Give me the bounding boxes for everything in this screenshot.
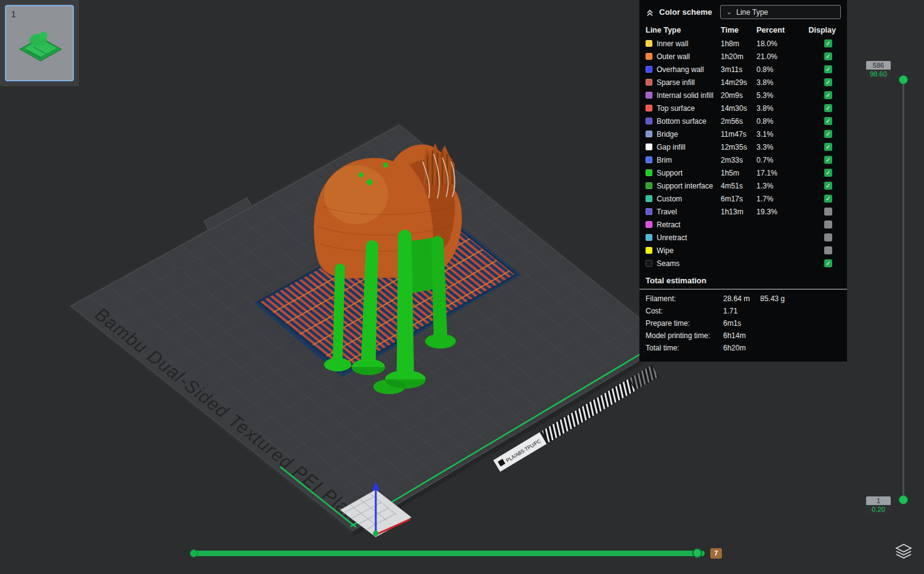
line-type-label: Internal solid infill xyxy=(657,91,721,100)
plate-number: 1 xyxy=(11,9,16,19)
legend-table-header: Line Type Time Percent Display xyxy=(639,23,847,37)
line-type-label: Retract xyxy=(657,220,721,229)
line-type-label: Gap infill xyxy=(657,143,721,152)
percent-value: 21.0% xyxy=(756,52,797,61)
time-value: 3m11s xyxy=(721,65,756,74)
layer-slider-lower-handle[interactable] xyxy=(899,495,908,504)
layer-slider-bottom-label: 1 0.20 xyxy=(866,496,891,514)
estimation-row: Filament: 28.64 m 85.43 g xyxy=(639,293,847,305)
cost-value: 1.71 xyxy=(723,307,760,315)
time-value: 1h5m xyxy=(721,169,756,177)
line-type-row: Wipe xyxy=(639,244,847,257)
line-type-label: Overhang wall xyxy=(657,65,721,74)
step-slider-track[interactable] xyxy=(191,551,705,556)
display-checkbox[interactable]: ✓ xyxy=(824,104,832,112)
step-slider-handle[interactable] xyxy=(692,548,702,558)
thumbnail-model-preview xyxy=(11,22,70,65)
total-time-value: 6h20m xyxy=(723,344,760,352)
layers-icon xyxy=(895,543,912,559)
percent-value: 18.0% xyxy=(756,39,797,48)
estimation-row: Model printing time: 6h14m xyxy=(639,329,847,342)
line-type-label: Support interface xyxy=(657,182,721,190)
bottom-layer-height: 0.20 xyxy=(866,505,891,514)
color-swatch xyxy=(646,53,652,60)
prepare-time-label: Prepare time: xyxy=(646,319,723,328)
percent-value: 0.8% xyxy=(756,117,797,126)
percent-value: 19.3% xyxy=(756,208,797,216)
color-swatch xyxy=(646,79,652,86)
color-swatch xyxy=(646,66,652,73)
display-checkbox[interactable] xyxy=(824,208,832,216)
display-checkbox[interactable]: ✓ xyxy=(824,117,832,125)
color-swatch xyxy=(646,234,652,241)
panel-header: Color scheme ⌄ Line Type xyxy=(639,0,847,23)
color-swatch xyxy=(646,156,652,163)
line-type-row: Support interface 4m51s 1.3% ✓ xyxy=(639,179,847,192)
layers-view-button[interactable] xyxy=(895,543,912,559)
color-scheme-dropdown[interactable]: ⌄ Line Type xyxy=(720,5,841,19)
filament-weight: 85.43 g xyxy=(760,294,841,303)
time-value: 20m9s xyxy=(721,91,756,100)
col-line-type: Line Type xyxy=(646,26,721,34)
time-value: 1h8m xyxy=(721,39,756,48)
color-swatch xyxy=(646,169,652,176)
model-printing-time-label: Model printing time: xyxy=(646,331,723,340)
display-checkbox[interactable]: ✓ xyxy=(824,130,832,138)
step-slider-value-badge: 7 xyxy=(710,548,722,559)
display-checkbox[interactable]: ✓ xyxy=(824,182,832,190)
display-checkbox[interactable]: ✓ xyxy=(824,39,832,47)
line-type-label: Unretract xyxy=(657,233,721,242)
percent-value: 1.7% xyxy=(756,195,797,203)
line-type-row: Seams ✓ xyxy=(639,257,847,270)
display-checkbox[interactable]: ✓ xyxy=(824,91,832,99)
line-type-label: Support xyxy=(657,169,721,177)
display-checkbox[interactable]: ✓ xyxy=(824,259,832,267)
chevrons-up-icon[interactable] xyxy=(646,8,654,17)
line-type-row: Overhang wall 3m11s 0.8% ✓ xyxy=(639,63,847,76)
estimation-row: Prepare time: 6m1s xyxy=(639,317,847,329)
time-value: 2m56s xyxy=(721,117,756,126)
total-time-label: Total time: xyxy=(646,344,723,352)
percent-value: 17.1% xyxy=(756,169,797,177)
line-type-row: Outer wall 1h20m 21.0% ✓ xyxy=(639,50,847,63)
display-checkbox[interactable] xyxy=(824,246,832,254)
plate-thumbnail[interactable]: 1 xyxy=(5,5,74,81)
line-type-row: Inner wall 1h8m 18.0% ✓ xyxy=(639,37,847,50)
line-type-label: Bottom surface xyxy=(657,117,721,126)
color-swatch xyxy=(646,260,652,267)
col-percent: Percent xyxy=(756,26,797,34)
chevron-down-icon: ⌄ xyxy=(726,9,732,15)
line-type-row: Custom 6m17s 1.7% ✓ xyxy=(639,192,847,205)
display-checkbox[interactable]: ✓ xyxy=(824,143,832,151)
layer-slider-track[interactable] xyxy=(902,79,904,501)
percent-value: 3.8% xyxy=(756,78,797,87)
display-checkbox[interactable]: ✓ xyxy=(824,65,832,73)
display-checkbox[interactable]: ✓ xyxy=(824,169,832,177)
line-type-row: Bridge 11m47s 3.1% ✓ xyxy=(639,127,847,140)
line-type-label: Sparse infill xyxy=(657,78,721,87)
display-checkbox[interactable]: ✓ xyxy=(824,156,832,164)
color-swatch xyxy=(646,131,652,137)
display-checkbox[interactable]: ✓ xyxy=(824,195,832,203)
line-type-label: Bridge xyxy=(657,130,721,139)
step-slider-start-cap xyxy=(190,549,198,557)
line-type-label: Inner wall xyxy=(657,39,721,48)
line-type-label: Outer wall xyxy=(657,52,721,61)
line-type-label: Custom xyxy=(657,195,721,203)
step-slider xyxy=(190,548,706,559)
percent-value: 1.3% xyxy=(756,182,797,190)
color-swatch xyxy=(646,92,652,99)
col-display: Display xyxy=(809,26,836,34)
display-checkbox[interactable]: ✓ xyxy=(824,78,832,86)
time-value: 1h13m xyxy=(721,208,756,216)
color-swatch xyxy=(646,221,652,228)
prepare-time-value: 6m1s xyxy=(723,319,760,328)
color-swatch xyxy=(646,182,652,189)
line-type-row: Brim 2m33s 0.7% ✓ xyxy=(639,153,847,166)
layer-slider-upper-handle[interactable] xyxy=(899,75,908,84)
display-checkbox[interactable] xyxy=(824,233,832,241)
line-type-row: Unretract xyxy=(639,231,847,244)
display-checkbox[interactable]: ✓ xyxy=(824,52,832,60)
line-type-label: Travel xyxy=(657,208,721,216)
display-checkbox[interactable] xyxy=(824,220,832,228)
